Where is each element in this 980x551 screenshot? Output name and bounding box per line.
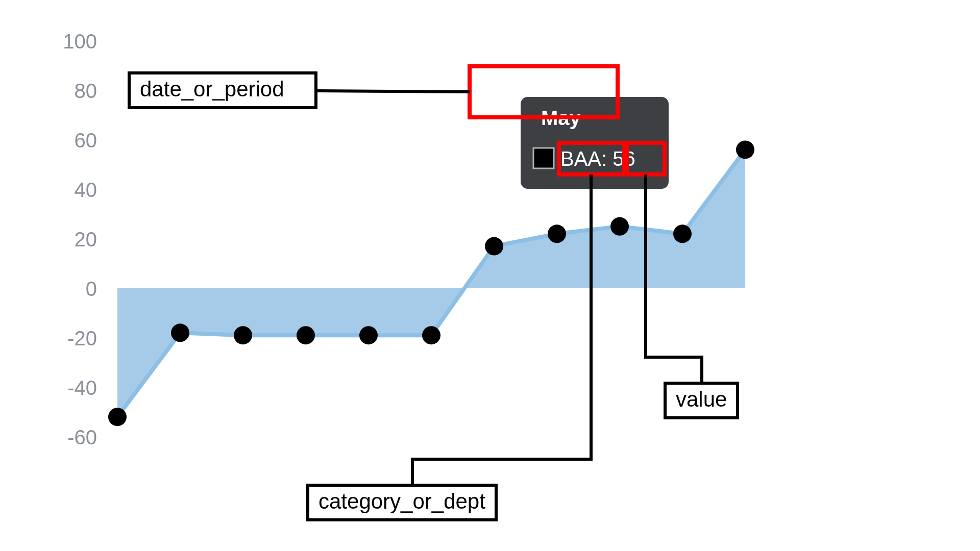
svg-rect-12 [533,148,554,168]
y-tick-label: -40 [67,377,97,399]
annotation-text: category_or_dept [318,489,485,513]
annotation-text: date_or_period [140,77,284,101]
svg-point-9 [673,224,692,243]
annotation-label-value: value [664,382,739,419]
svg-point-5 [422,326,440,344]
y-tick-label: 0 [86,278,97,300]
tooltip-series-label: BAA: [560,147,607,170]
annotation-label-date: date_or_period [128,71,317,109]
svg-point-10 [736,140,754,159]
svg-point-1 [171,323,189,342]
annotation-text: value [676,387,727,411]
svg-point-0 [108,408,127,426]
svg-point-6 [485,237,503,256]
y-tick-label: 20 [75,228,97,251]
y-tick-label: -60 [67,426,97,448]
y-tick-label: -20 [67,327,97,349]
svg-point-3 [297,326,315,344]
y-tick-label: 80 [75,80,97,102]
area-fill [117,149,745,417]
svg-point-7 [548,224,566,243]
svg-point-2 [234,326,252,344]
y-tick-label: 60 [75,129,97,152]
y-tick-label: 40 [75,179,97,201]
y-tick-label: 100 [63,30,97,53]
svg-point-4 [359,326,378,344]
annotation-label-category: category_or_dept [306,484,498,521]
y-axis-ticks: 100 80 60 40 20 0 -20 -40 -60 [63,30,97,448]
svg-line-14 [317,91,470,92]
svg-point-8 [610,217,629,236]
